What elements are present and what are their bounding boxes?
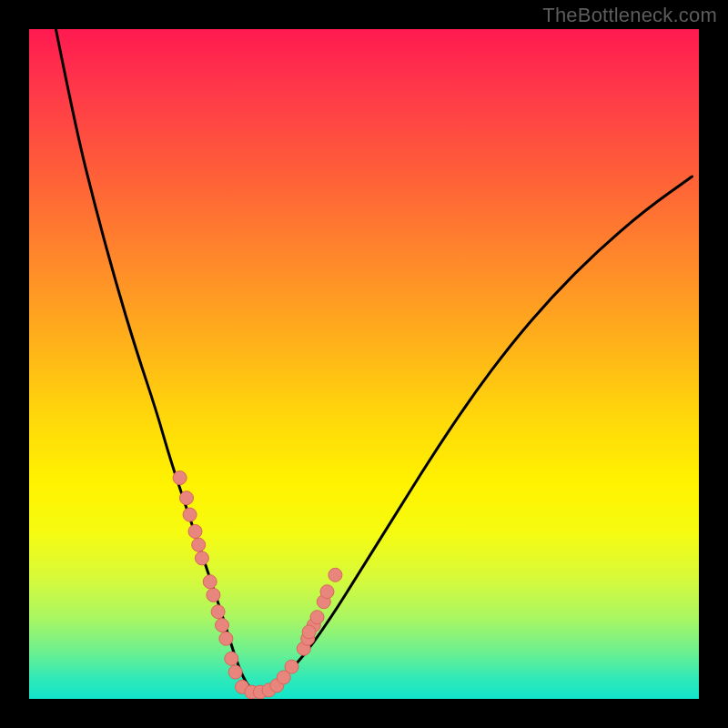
dots-layer: [173, 471, 342, 699]
data-dot: [192, 538, 206, 551]
data-dot: [219, 632, 233, 645]
plot-area: [29, 29, 699, 699]
chart-svg: [29, 29, 699, 699]
data-dot: [195, 551, 208, 565]
data-dot: [310, 611, 324, 624]
data-dot: [302, 625, 316, 639]
curve-layer: [56, 29, 692, 693]
data-dot: [203, 575, 217, 589]
data-dot: [228, 665, 242, 679]
data-dot: [211, 605, 225, 619]
bottleneck-curve: [56, 29, 692, 693]
data-dot: [183, 508, 197, 521]
data-dot: [188, 525, 202, 539]
watermark-text: TheBottleneck.com: [542, 4, 717, 27]
data-dot: [285, 660, 298, 673]
chart-frame: TheBottleneck.com: [0, 0, 728, 728]
data-dot: [173, 471, 187, 485]
data-dot: [207, 588, 220, 602]
data-dot: [216, 619, 229, 632]
data-dot: [180, 491, 194, 505]
data-dot: [329, 568, 342, 581]
data-dot: [320, 585, 334, 599]
data-dot: [225, 652, 238, 665]
